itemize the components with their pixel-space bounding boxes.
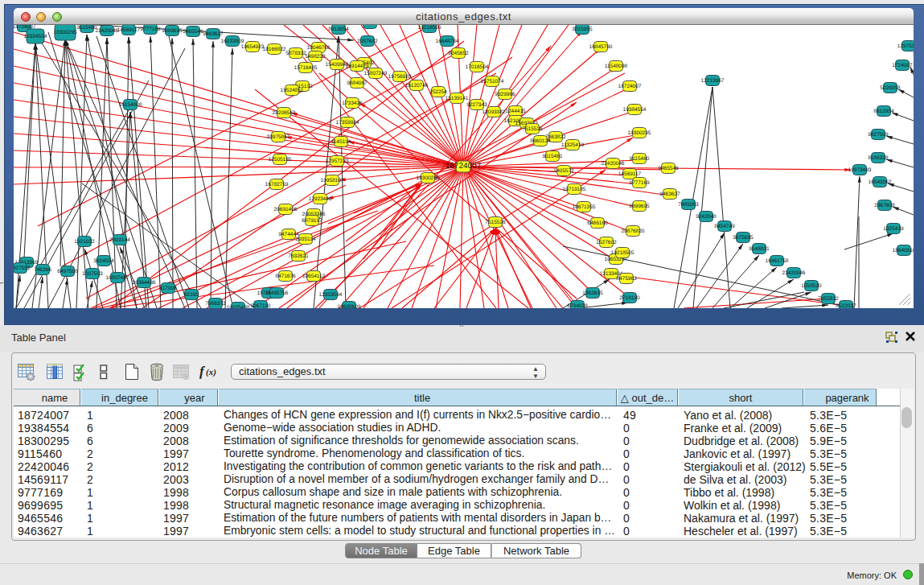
svg-text:22420046: 22420046 <box>602 161 625 167</box>
svg-text:7485063: 7485063 <box>678 202 699 208</box>
svg-text:19218506: 19218506 <box>418 25 441 31</box>
svg-text:20691406: 20691406 <box>274 207 298 212</box>
svg-text:9115461: 9115461 <box>543 154 563 159</box>
svg-text:62160: 62160 <box>184 292 199 298</box>
svg-text:10654112: 10654112 <box>302 274 326 279</box>
svg-text:746266: 746266 <box>34 267 51 273</box>
svg-text:18640910: 18640910 <box>893 248 914 253</box>
svg-text:9699695: 9699695 <box>629 204 650 209</box>
svg-text:f: f <box>199 364 206 379</box>
svg-text:12505135: 12505135 <box>269 157 292 163</box>
svg-text:17957223: 17957223 <box>326 159 349 164</box>
svg-text:9227343: 9227343 <box>466 102 487 108</box>
svg-text:18300295: 18300295 <box>628 130 651 136</box>
svg-text:8912954: 8912954 <box>873 109 894 114</box>
svg-text:9699695: 9699695 <box>162 28 183 34</box>
svg-text:2367608: 2367608 <box>874 203 895 208</box>
svg-text:9146821: 9146821 <box>749 246 770 252</box>
svg-text:9465546: 9465546 <box>183 29 203 35</box>
svg-text:12353594: 12353594 <box>319 292 343 298</box>
svg-text:18300295: 18300295 <box>417 175 440 181</box>
svg-text:7515526: 7515526 <box>522 126 543 132</box>
svg-text:1527602: 1527602 <box>596 240 617 245</box>
svg-text:16782759: 16782759 <box>265 182 289 187</box>
svg-text:9242848: 9242848 <box>696 214 717 220</box>
svg-text:15716485: 15716485 <box>294 65 318 71</box>
svg-text:8475963: 8475963 <box>616 276 637 282</box>
svg-text:1145194: 1145194 <box>331 139 351 145</box>
svg-text:5226058: 5226058 <box>880 85 901 91</box>
svg-text:20206563: 20206563 <box>273 110 296 116</box>
svg-text:252254: 252254 <box>429 89 447 95</box>
svg-text:7955812: 7955812 <box>818 296 839 302</box>
svg-text:15751074: 15751074 <box>481 79 504 84</box>
svg-text:1921022: 1921022 <box>74 239 95 245</box>
svg-text:19384554: 19384554 <box>24 34 47 39</box>
svg-text:1007553: 1007553 <box>82 271 103 277</box>
svg-text:9463627: 9463627 <box>203 31 224 37</box>
svg-text:20364436: 20364436 <box>133 280 156 286</box>
svg-text:9777169: 9777169 <box>629 180 650 186</box>
svg-text:19524851: 19524851 <box>281 88 304 93</box>
svg-text:11325419: 11325419 <box>561 142 585 148</box>
svg-text:8427552: 8427552 <box>14 266 31 271</box>
svg-text:8186328: 8186328 <box>868 155 889 161</box>
svg-text:9465546: 9465546 <box>658 166 679 171</box>
svg-text:17359924: 17359924 <box>336 120 359 126</box>
svg-text:9115460: 9115460 <box>630 156 650 162</box>
svg-text:10046766: 10046766 <box>307 45 331 51</box>
svg-text:14569117: 14569117 <box>117 27 141 33</box>
svg-text:7515526: 7515526 <box>485 220 506 225</box>
svg-text:11548098: 11548098 <box>605 64 628 69</box>
svg-text:9329966: 9329966 <box>495 92 515 97</box>
svg-text:18724007: 18724007 <box>618 84 642 89</box>
svg-text:15139141: 15139141 <box>446 96 469 101</box>
svg-text:6466160: 6466160 <box>587 220 608 226</box>
svg-text:16961758: 16961758 <box>766 258 789 264</box>
svg-text:3215955: 3215955 <box>572 27 593 32</box>
svg-text:23420046: 23420046 <box>782 270 806 276</box>
svg-text:12093382: 12093382 <box>483 109 506 115</box>
svg-text:5878332: 5878332 <box>285 51 306 56</box>
svg-text:9115460: 9115460 <box>77 25 97 31</box>
svg-text:3624554: 3624554 <box>93 258 114 264</box>
svg-text:16648784: 16648784 <box>436 39 459 44</box>
svg-text:20975867: 20975867 <box>267 134 290 140</box>
svg-text:12213967: 12213967 <box>701 78 725 84</box>
svg-text:1733426: 1733426 <box>342 101 363 106</box>
svg-text:18166822: 18166822 <box>263 47 286 52</box>
svg-text:10973493: 10973493 <box>848 167 872 173</box>
svg-text:6497508: 6497508 <box>57 269 78 274</box>
svg-text:12923446: 12923446 <box>309 196 332 202</box>
svg-text:1405572: 1405572 <box>553 168 574 174</box>
svg-text:19384554: 19384554 <box>623 107 647 113</box>
svg-text:(x): (x) <box>206 368 216 377</box>
svg-text:19218505: 19218505 <box>611 250 634 256</box>
svg-text:10671355: 10671355 <box>573 204 596 210</box>
svg-text:6879197: 6879197 <box>302 218 322 224</box>
svg-text:16154808: 16154808 <box>119 102 142 108</box>
svg-text:6794028: 6794028 <box>567 303 588 308</box>
svg-text:16033809: 16033809 <box>221 39 244 44</box>
svg-text:3267110: 3267110 <box>251 303 271 308</box>
svg-text:1244415: 1244415 <box>505 109 526 114</box>
svg-text:1558520: 1558520 <box>801 283 822 289</box>
svg-text:19756928: 19756928 <box>388 74 412 80</box>
svg-text:10688609: 10688609 <box>338 304 361 308</box>
svg-text:9463627: 9463627 <box>659 192 680 197</box>
svg-text:1325419: 1325419 <box>883 226 904 232</box>
svg-text:19958107: 19958107 <box>321 178 344 183</box>
svg-text:10807487: 10807487 <box>106 275 129 281</box>
svg-text:10719185: 10719185 <box>563 187 586 192</box>
svg-text:2718120: 2718120 <box>619 295 640 301</box>
svg-text:18724007: 18724007 <box>446 162 482 171</box>
svg-text:9777169: 9777169 <box>140 27 161 32</box>
svg-text:1362615: 1362615 <box>582 290 603 296</box>
svg-text:19654923: 19654923 <box>241 44 265 50</box>
svg-text:17016504: 17016504 <box>466 64 489 70</box>
svg-text:7357234: 7357234 <box>359 25 380 27</box>
svg-text:8471676: 8471676 <box>275 274 296 279</box>
svg-text:3675685: 3675685 <box>733 235 754 241</box>
svg-text:14569117: 14569117 <box>618 171 642 177</box>
svg-text:5498222: 5498222 <box>305 54 326 60</box>
